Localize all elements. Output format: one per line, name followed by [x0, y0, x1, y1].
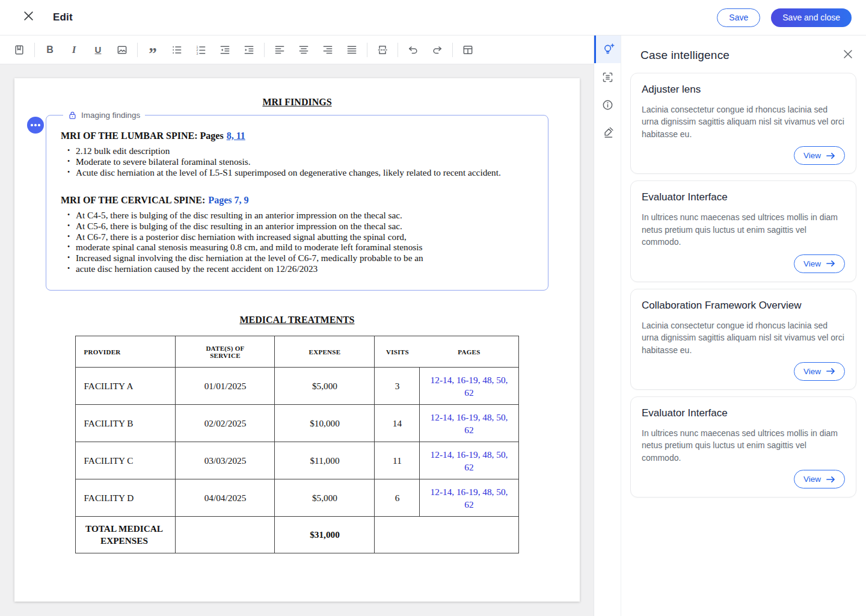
cell-expense: $11,000	[275, 442, 375, 479]
card-body: In ultrices nunc maecenas sed ultrices m…	[642, 211, 845, 248]
list-item: At C5-6, there is bulging of the disc re…	[67, 221, 538, 232]
view-button[interactable]: View	[794, 362, 845, 381]
arrow-right-icon	[826, 476, 835, 483]
indent-icon	[243, 44, 255, 56]
total-label: TOTAL MEDICAL EXPENSES	[76, 517, 176, 553]
insight-card-list: Adjuster lens Lacinia consectetur congue…	[622, 68, 866, 497]
align-right-button[interactable]	[318, 40, 338, 60]
redo-button[interactable]	[427, 40, 447, 60]
table-row: FACILITY D 04/04/2025 $5,000 6 12-14, 16…	[76, 479, 518, 517]
insert-image-button[interactable]	[112, 40, 132, 60]
save-and-close-button[interactable]: Save and close	[771, 8, 852, 27]
pages-link[interactable]: 12-14, 16-19, 48, 50, 62	[431, 412, 508, 435]
undo-button[interactable]	[403, 40, 423, 60]
bookmark-icon	[13, 44, 25, 56]
pages-link[interactable]: 12-14, 16-19, 48, 50, 62	[431, 487, 508, 510]
column-header-visits-pages: VISITSPAGES	[375, 336, 518, 368]
save-button[interactable]: Save	[717, 8, 760, 27]
column-header-date: DATE(S) OF SERVICE	[176, 336, 275, 368]
card-body: Lacinia consectetur congue id rhoncus la…	[642, 103, 845, 140]
imaging-findings-block[interactable]: Imaging findings MRI OF THE LUMBAR SPINE…	[46, 111, 548, 291]
bold-button[interactable]: B	[40, 40, 60, 60]
undo-icon	[407, 44, 419, 56]
imaging-findings-legend: Imaging findings	[63, 111, 145, 120]
outdent-icon	[219, 44, 231, 56]
page-break-icon	[376, 44, 388, 56]
blockquote-button[interactable]: ”	[143, 40, 163, 60]
table-total-row: TOTAL MEDICAL EXPENSES $31,000	[76, 517, 518, 553]
pages-link[interactable]: 12-14, 16-19, 48, 50, 62	[431, 449, 508, 472]
toolbar-divider	[452, 43, 453, 57]
column-header-pages: PAGES	[420, 348, 518, 356]
card-body: Lacinia consectetur congue id rhoncus la…	[642, 319, 845, 356]
page-title: Edit	[53, 11, 73, 23]
list-item: 2.12 bulk edit description	[67, 146, 538, 156]
column-header-provider: PROVIDER	[76, 336, 176, 368]
cell-date: 04/04/2025	[176, 479, 275, 517]
cell-pages: 12-14, 16-19, 48, 50, 62	[420, 442, 518, 479]
arrow-right-icon	[826, 368, 835, 375]
align-left-button[interactable]	[269, 40, 290, 60]
align-center-button[interactable]	[293, 40, 314, 60]
bookmark-button[interactable]	[9, 40, 29, 60]
cell-expense: $10,000	[275, 405, 375, 442]
cell-date: 02/02/2025	[176, 405, 275, 442]
insight-card-collaboration-framework: Collaboration Framework Overview Lacinia…	[630, 289, 856, 390]
close-editor-button[interactable]	[20, 10, 36, 25]
arrow-right-icon	[826, 260, 835, 267]
panel-close-button[interactable]	[843, 49, 853, 62]
insert-table-button[interactable]	[458, 40, 478, 60]
cell-visits: 14	[375, 405, 420, 442]
bulleted-list-icon	[171, 44, 183, 56]
rail-item-sign-document[interactable]	[594, 119, 621, 146]
outdent-button[interactable]	[215, 40, 235, 60]
rail-item-scan-document[interactable]	[594, 63, 621, 91]
indent-button[interactable]	[239, 40, 259, 60]
pages-link[interactable]: 12-14, 16-19, 48, 50, 62	[431, 375, 508, 398]
view-button[interactable]: View	[794, 254, 845, 273]
cell-provider: FACILITY D	[76, 479, 176, 517]
align-justify-button[interactable]	[342, 40, 362, 60]
lumbar-pages-link[interactable]: 8, 11	[227, 131, 245, 141]
document-page[interactable]: MRI FINDINGS Imaging findings MRI OF THE…	[14, 78, 580, 602]
insight-card-evaluator-interface-2: Evaluator Interface In ultrices nunc mae…	[630, 396, 856, 497]
toolbar-divider	[264, 43, 265, 57]
numbered-list-icon: 123	[195, 44, 207, 56]
toolbar-divider	[367, 43, 367, 57]
align-left-icon	[274, 44, 286, 56]
card-title: Collaboration Framework Overview	[642, 300, 845, 312]
total-expense: $31,000	[275, 517, 375, 553]
toolbar-divider	[398, 43, 398, 57]
block-menu-button[interactable]	[27, 117, 44, 134]
numbered-list-button[interactable]: 123	[191, 40, 211, 60]
cervical-bullet-list: At C4-5, there is bulging of the disc re…	[67, 210, 538, 274]
cervical-pages-link[interactable]: Pages 7, 9	[208, 195, 248, 205]
cell-visits: 11	[375, 442, 420, 479]
cell-provider: FACILITY A	[76, 368, 176, 405]
case-intelligence-panel: Case intelligence Adjuster lens Lacinia …	[622, 35, 866, 616]
svg-text:3: 3	[197, 51, 198, 55]
underline-button[interactable]: U	[88, 40, 108, 60]
cell-visits: 6	[375, 479, 420, 517]
list-item: Acute disc herniation at the level of L5…	[67, 167, 538, 178]
blockquote-icon: ”	[149, 51, 157, 57]
table-row: FACILITY C 03/03/2025 $11,000 11 12-14, …	[76, 442, 518, 479]
column-header-expense: EXPENSE	[275, 336, 375, 368]
cell-pages: 12-14, 16-19, 48, 50, 62	[420, 405, 518, 442]
rail-item-case-intelligence[interactable]	[594, 35, 621, 63]
rail-item-info[interactable]	[594, 91, 621, 119]
italic-button[interactable]: I	[64, 40, 84, 60]
empty-cell	[176, 517, 275, 553]
page-break-button[interactable]	[372, 40, 393, 60]
cell-visits: 3	[375, 368, 420, 405]
sign-document-icon	[601, 126, 614, 139]
cell-pages: 12-14, 16-19, 48, 50, 62	[420, 479, 518, 517]
view-button[interactable]: View	[794, 470, 845, 488]
bulleted-list-button[interactable]	[167, 40, 187, 60]
toolbar-divider	[34, 43, 35, 57]
empty-cell	[375, 517, 518, 553]
view-button[interactable]: View	[794, 146, 845, 165]
doc-section-title-medical-treatments: MEDICAL TREATMENTS	[14, 315, 580, 325]
cervical-heading: MRI OF THE CERVICAL SPINE:Pages 7, 9	[61, 195, 538, 206]
list-item: At C6-7, there is a posterior disc herni…	[67, 232, 538, 242]
